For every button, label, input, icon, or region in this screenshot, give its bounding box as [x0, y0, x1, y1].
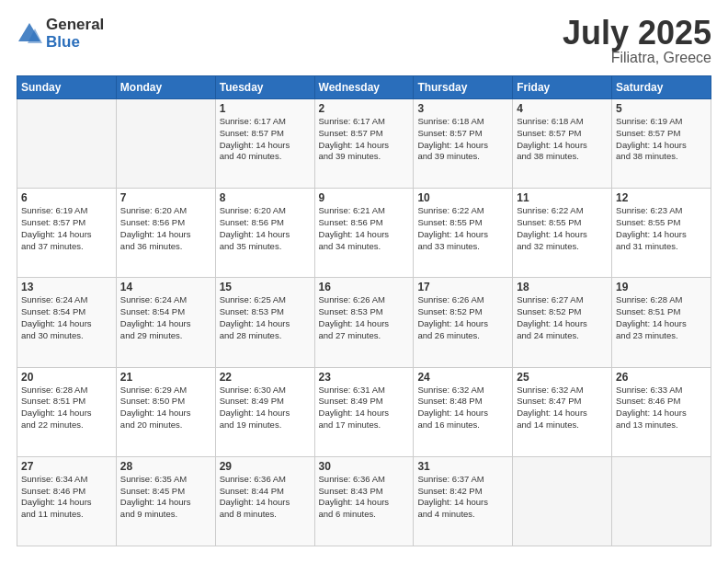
day-info: Sunrise: 6:37 AM Sunset: 8:42 PM Dayligh… — [417, 474, 508, 521]
day-info: Sunrise: 6:19 AM Sunset: 8:57 PM Dayligh… — [21, 205, 112, 252]
day-number: 18 — [517, 281, 608, 293]
day-info: Sunrise: 6:28 AM Sunset: 8:51 PM Dayligh… — [616, 294, 707, 341]
header-cell-thursday: Thursday — [414, 76, 513, 99]
calendar-cell: 3Sunrise: 6:18 AM Sunset: 8:57 PM Daylig… — [414, 99, 513, 189]
day-number: 6 — [21, 191, 112, 204]
calendar-cell: 4Sunrise: 6:18 AM Sunset: 8:57 PM Daylig… — [513, 99, 612, 189]
day-number: 26 — [616, 371, 707, 384]
calendar-cell: 11Sunrise: 6:22 AM Sunset: 8:55 PM Dayli… — [513, 189, 612, 278]
calendar-cell: 27Sunrise: 6:34 AM Sunset: 8:46 PM Dayli… — [17, 456, 117, 546]
calendar-week-2: 13Sunrise: 6:24 AM Sunset: 8:54 PM Dayli… — [17, 278, 711, 367]
day-info: Sunrise: 6:31 AM Sunset: 8:49 PM Dayligh… — [319, 385, 410, 431]
logo-blue: Blue — [46, 34, 104, 52]
day-info: Sunrise: 6:17 AM Sunset: 8:57 PM Dayligh… — [319, 116, 410, 163]
calendar-cell: 14Sunrise: 6:24 AM Sunset: 8:54 PM Dayli… — [116, 278, 215, 367]
calendar-cell: 16Sunrise: 6:26 AM Sunset: 8:53 PM Dayli… — [314, 278, 414, 367]
day-info: Sunrise: 6:22 AM Sunset: 8:55 PM Dayligh… — [517, 205, 608, 252]
day-number: 4 — [517, 102, 608, 115]
day-number: 21 — [120, 371, 211, 384]
day-info: Sunrise: 6:36 AM Sunset: 8:43 PM Dayligh… — [319, 474, 410, 521]
day-info: Sunrise: 6:24 AM Sunset: 8:54 PM Dayligh… — [21, 294, 112, 341]
logo-icon — [17, 21, 42, 47]
calendar-cell: 10Sunrise: 6:22 AM Sunset: 8:55 PM Dayli… — [414, 189, 513, 278]
title-block: July 2025 Filiatra, Greece — [563, 17, 711, 66]
calendar-cell: 24Sunrise: 6:32 AM Sunset: 8:48 PM Dayli… — [414, 367, 513, 456]
header-cell-saturday: Saturday — [612, 76, 711, 99]
day-info: Sunrise: 6:20 AM Sunset: 8:56 PM Dayligh… — [220, 205, 311, 252]
calendar-header: SundayMondayTuesdayWednesdayThursdayFrid… — [17, 76, 711, 99]
day-number: 8 — [220, 191, 311, 204]
day-info: Sunrise: 6:34 AM Sunset: 8:46 PM Dayligh… — [21, 474, 112, 521]
calendar-cell: 19Sunrise: 6:28 AM Sunset: 8:51 PM Dayli… — [612, 278, 711, 367]
day-number: 29 — [220, 460, 311, 473]
day-number: 15 — [220, 281, 311, 293]
calendar-cell — [513, 456, 612, 546]
day-number: 13 — [21, 281, 112, 293]
day-info: Sunrise: 6:27 AM Sunset: 8:52 PM Dayligh… — [517, 294, 608, 341]
day-info: Sunrise: 6:26 AM Sunset: 8:52 PM Dayligh… — [417, 294, 508, 341]
calendar-cell: 31Sunrise: 6:37 AM Sunset: 8:42 PM Dayli… — [414, 456, 513, 546]
day-info: Sunrise: 6:32 AM Sunset: 8:48 PM Dayligh… — [417, 385, 508, 431]
calendar-cell: 17Sunrise: 6:26 AM Sunset: 8:52 PM Dayli… — [414, 278, 513, 367]
calendar-cell: 20Sunrise: 6:28 AM Sunset: 8:51 PM Dayli… — [17, 367, 117, 456]
calendar-cell: 9Sunrise: 6:21 AM Sunset: 8:56 PM Daylig… — [314, 189, 414, 278]
day-number: 10 — [417, 191, 508, 204]
calendar-cell: 25Sunrise: 6:32 AM Sunset: 8:47 PM Dayli… — [513, 367, 612, 456]
day-info: Sunrise: 6:25 AM Sunset: 8:53 PM Dayligh… — [220, 294, 311, 341]
calendar-cell: 28Sunrise: 6:35 AM Sunset: 8:45 PM Dayli… — [116, 456, 215, 546]
day-number: 7 — [120, 191, 211, 204]
calendar-cell: 18Sunrise: 6:27 AM Sunset: 8:52 PM Dayli… — [513, 278, 612, 367]
header: General Blue July 2025 Filiatra, Greece — [17, 17, 711, 66]
day-number: 28 — [120, 460, 211, 473]
calendar-cell: 6Sunrise: 6:19 AM Sunset: 8:57 PM Daylig… — [17, 189, 117, 278]
logo-general: General — [46, 17, 104, 34]
calendar-cell: 13Sunrise: 6:24 AM Sunset: 8:54 PM Dayli… — [17, 278, 117, 367]
title-location: Filiatra, Greece — [563, 50, 711, 66]
header-cell-wednesday: Wednesday — [314, 76, 414, 99]
calendar-cell: 30Sunrise: 6:36 AM Sunset: 8:43 PM Dayli… — [314, 456, 414, 546]
header-cell-sunday: Sunday — [17, 76, 117, 99]
day-number: 14 — [120, 281, 211, 293]
calendar-cell: 29Sunrise: 6:36 AM Sunset: 8:44 PM Dayli… — [215, 456, 314, 546]
day-number: 12 — [616, 191, 707, 204]
title-month: July 2025 — [563, 17, 711, 50]
day-number: 25 — [517, 371, 608, 384]
day-number: 22 — [220, 371, 311, 384]
day-info: Sunrise: 6:36 AM Sunset: 8:44 PM Dayligh… — [220, 474, 311, 521]
calendar-table: SundayMondayTuesdayWednesdayThursdayFrid… — [17, 75, 711, 546]
day-number: 20 — [21, 371, 112, 384]
day-info: Sunrise: 6:30 AM Sunset: 8:49 PM Dayligh… — [220, 385, 311, 431]
page: General Blue July 2025 Filiatra, Greece … — [0, 0, 728, 563]
calendar-cell: 2Sunrise: 6:17 AM Sunset: 8:57 PM Daylig… — [314, 99, 414, 189]
calendar-cell: 1Sunrise: 6:17 AM Sunset: 8:57 PM Daylig… — [215, 99, 314, 189]
calendar-cell — [612, 456, 711, 546]
calendar-week-1: 6Sunrise: 6:19 AM Sunset: 8:57 PM Daylig… — [17, 189, 711, 278]
calendar-week-3: 20Sunrise: 6:28 AM Sunset: 8:51 PM Dayli… — [17, 367, 711, 456]
calendar-cell — [116, 99, 215, 189]
calendar-cell: 21Sunrise: 6:29 AM Sunset: 8:50 PM Dayli… — [116, 367, 215, 456]
header-cell-tuesday: Tuesday — [215, 76, 314, 99]
calendar-cell: 15Sunrise: 6:25 AM Sunset: 8:53 PM Dayli… — [215, 278, 314, 367]
day-info: Sunrise: 6:29 AM Sunset: 8:50 PM Dayligh… — [120, 385, 211, 431]
day-number: 3 — [417, 102, 508, 115]
day-number: 24 — [417, 371, 508, 384]
calendar-cell: 22Sunrise: 6:30 AM Sunset: 8:49 PM Dayli… — [215, 367, 314, 456]
logo-text: General Blue — [46, 17, 104, 51]
day-info: Sunrise: 6:33 AM Sunset: 8:46 PM Dayligh… — [616, 385, 707, 431]
day-info: Sunrise: 6:35 AM Sunset: 8:45 PM Dayligh… — [120, 474, 211, 521]
day-number: 23 — [319, 371, 410, 384]
day-info: Sunrise: 6:32 AM Sunset: 8:47 PM Dayligh… — [517, 385, 608, 431]
calendar-cell: 12Sunrise: 6:23 AM Sunset: 8:55 PM Dayli… — [612, 189, 711, 278]
calendar-cell: 8Sunrise: 6:20 AM Sunset: 8:56 PM Daylig… — [215, 189, 314, 278]
calendar-cell — [17, 99, 117, 189]
calendar-body: 1Sunrise: 6:17 AM Sunset: 8:57 PM Daylig… — [17, 99, 711, 546]
day-info: Sunrise: 6:18 AM Sunset: 8:57 PM Dayligh… — [517, 116, 608, 163]
header-cell-monday: Monday — [116, 76, 215, 99]
day-info: Sunrise: 6:21 AM Sunset: 8:56 PM Dayligh… — [319, 205, 410, 252]
day-number: 11 — [517, 191, 608, 204]
day-number: 16 — [319, 281, 410, 293]
day-info: Sunrise: 6:18 AM Sunset: 8:57 PM Dayligh… — [417, 116, 508, 163]
calendar-week-4: 27Sunrise: 6:34 AM Sunset: 8:46 PM Dayli… — [17, 456, 711, 546]
day-number: 17 — [417, 281, 508, 293]
day-info: Sunrise: 6:22 AM Sunset: 8:55 PM Dayligh… — [417, 205, 508, 252]
